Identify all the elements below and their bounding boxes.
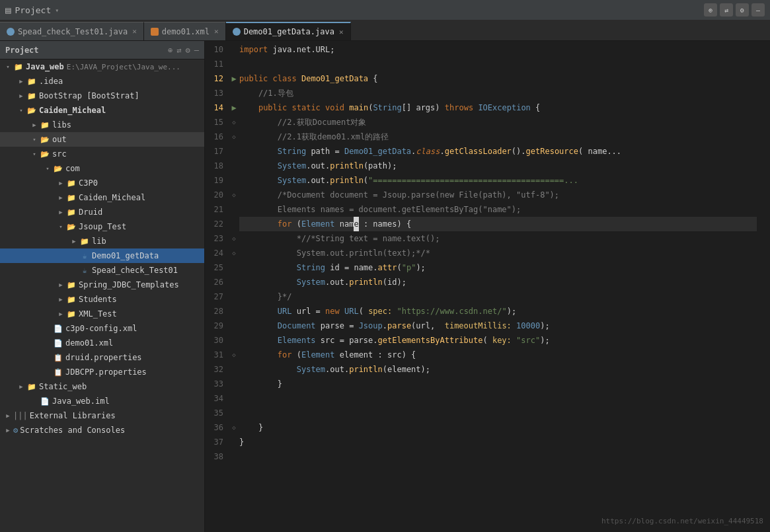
sidebar-header: Project ⊕ ⇄ ⚙ — [0, 41, 204, 59]
tree-item-label: libs [52, 120, 71, 130]
gutter-32 [229, 362, 239, 377]
tree-item-label: Caiden_Micheal [79, 193, 145, 202]
line-num-33: 33 [210, 377, 223, 391]
code-line-26: System .out. println (id); [239, 275, 757, 289]
code-editor[interactable]: 10 11 12 13 14 15 16 17 18 19 20 21 22 2… [205, 41, 770, 532]
tree-item-label: Jsoup_Test [79, 222, 126, 231]
code-line-24: System.out.println(text);*/* [239, 246, 757, 260]
minimize-btn[interactable]: — [751, 3, 765, 17]
code-line-28: URL url = new URL ( spec: "https://www.c… [239, 304, 757, 319]
props-file-icon: 📋 [53, 353, 63, 362]
code-line-37: } [239, 435, 757, 449]
tab-close-btn[interactable]: ✕ [132, 27, 137, 36]
tab-close-btn[interactable]: ✕ [214, 27, 219, 36]
sidebar-icon-2[interactable]: ⇄ [176, 46, 181, 55]
sidebar-item-java-web[interactable]: ▾ 📁 Java_web E:\JAVA_Project\Java_we... [0, 59, 204, 74]
gutter-18 [229, 159, 239, 173]
tab-spead-check[interactable]: Spead_check_Test01.java ✕ [0, 22, 144, 40]
sidebar-item-demo01-getdata[interactable]: ☕ Demo01_getData [0, 248, 204, 263]
gutter-14[interactable]: ▶ [229, 100, 239, 115]
code-line-33: } [239, 377, 757, 391]
tabs-bar: Spead_check_Test01.java ✕ demo01.xml ✕ D… [0, 20, 770, 41]
add-module-btn[interactable]: ⊕ [704, 3, 717, 17]
sidebar-item-caiden-micheal[interactable]: ▾ 📂 Caiden_Micheal [0, 103, 204, 118]
line-num-35: 35 [210, 406, 223, 420]
settings-btn[interactable]: ⚙ [736, 3, 749, 17]
java-file-icon [7, 28, 15, 36]
sidebar-item-out[interactable]: ▾ 📂 out [0, 132, 204, 147]
gutter-12[interactable]: ▶ [229, 71, 239, 86]
sidebar-item-src[interactable]: ▾ 📂 src [0, 147, 204, 161]
sidebar-icon-4[interactable]: — [194, 46, 199, 55]
sidebar-item-jsoup-test[interactable]: ▾ 📂 Jsoup_Test [0, 219, 204, 234]
line-num-37: 37 [210, 435, 223, 449]
sidebar-item-druid-props[interactable]: 📋 druid.properties [0, 350, 204, 365]
sidebar-icon-3[interactable]: ⚙ [186, 46, 190, 55]
sidebar-item-spring-jdbc[interactable]: ▶ 📁 Spring_JDBC_Templates [0, 278, 204, 292]
tree-item-label: c3p0-config.xml [65, 324, 137, 333]
sidebar-item-xml-test[interactable]: ▶ 📁 XML_Test [0, 307, 204, 321]
sidebar-item-c3p0[interactable]: ▶ 📁 C3P0 [0, 176, 204, 190]
line-num-19: 19 [210, 173, 223, 188]
folder-icon: 📁 [66, 295, 77, 304]
sidebar-item-c3p0-config[interactable]: 📄 c3p0-config.xml [0, 321, 204, 336]
sidebar-item-libs[interactable]: ▶ 📁 libs [0, 118, 204, 132]
title-bar-project-label: Project [15, 5, 51, 15]
tree-item-label: BootStrap [BootStrat] [39, 91, 139, 100]
gutter-38 [229, 449, 239, 464]
ext-libs-icon: ||| [13, 411, 28, 420]
code-area[interactable]: 10 11 12 13 14 15 16 17 18 19 20 21 22 2… [205, 41, 770, 532]
gutter-13 [229, 86, 239, 100]
line-num-21: 21 [210, 202, 223, 217]
tab-demo01-xml[interactable]: demo01.xml ✕ [144, 22, 226, 40]
sidebar-item-java-web-iml[interactable]: 📄 Java_web.iml [0, 394, 204, 408]
sidebar-item-idea[interactable]: ▶ 📁 .idea [0, 74, 204, 89]
gutter-17 [229, 144, 239, 159]
code-line-15: //2.获取Document对象 [239, 115, 757, 130]
expand-arrow: ▾ [3, 63, 13, 70]
xml-file-icon [151, 28, 159, 36]
code-line-32: System .out. println (element); [239, 362, 757, 377]
tree-item-label: Java_web.iml [52, 397, 110, 406]
sidebar-item-spead-check[interactable]: ☕ Spead_check_Test01 [0, 263, 204, 278]
sidebar-icon-1[interactable]: ⊕ [168, 46, 173, 55]
sidebar-item-druid[interactable]: ▶ 📁 Druid [0, 205, 204, 219]
sidebar-item-bootstrap[interactable]: ▶ 📁 BootStrap [BootStrat] [0, 89, 204, 103]
title-bar-dropdown-arrow[interactable]: ▾ [55, 7, 59, 14]
line-num-11: 11 [210, 57, 223, 71]
sync-btn[interactable]: ⇄ [720, 3, 733, 17]
tab-demo01-getdata[interactable]: Demo01_getData.java ✕ [226, 22, 351, 40]
tree-item-label: Demo01_getData [92, 251, 159, 260]
expand-arrow: ▶ [56, 311, 66, 317]
tab-close-btn[interactable]: ✕ [339, 28, 344, 36]
expand-arrow: ▾ [29, 136, 40, 143]
line-num-25: 25 [210, 260, 223, 275]
expand-arrow: ▶ [29, 122, 40, 128]
sidebar-item-demo01-xml[interactable]: 📄 demo01.xml [0, 336, 204, 350]
gutter-24: ◇ [229, 246, 239, 260]
sidebar-item-scratches[interactable]: ▶ ⚙ Scratches and Consoles [0, 423, 204, 437]
tree-item-label: JDBCPP.properties [65, 367, 147, 377]
sidebar-item-jdbcpp-props[interactable]: 📋 JDBCPP.properties [0, 365, 204, 379]
expand-arrow: ▶ [3, 427, 13, 434]
gutter-36: ◇ [229, 420, 239, 435]
sidebar-item-static-web[interactable]: ▶ 📁 Static_web [0, 379, 204, 394]
sidebar-item-com[interactable]: ▾ 📂 com [0, 161, 204, 176]
tree-item-label: Spring_JDBC_Templates [79, 280, 179, 289]
tree-item-label: Scratches and Consoles [20, 426, 125, 435]
sidebar-item-ext-libs[interactable]: ▶ ||| External Libraries [0, 408, 204, 423]
code-line-29: Document parse = Jsoup . parse (url, tim… [239, 319, 757, 333]
code-lines[interactable]: import java.net.URL; public class Demo01… [239, 41, 770, 532]
folder-icon: 📁 [26, 91, 37, 100]
sidebar-item-lib[interactable]: ▶ 📁 lib [0, 234, 204, 248]
code-line-18: System . out. println (path); [239, 159, 757, 173]
folder-icon: 📁 [66, 208, 77, 217]
expand-arrow: ▶ [16, 93, 26, 99]
sidebar-item-caiden-micheal2[interactable]: ▶ 📁 Caiden_Micheal [0, 190, 204, 205]
project-sidebar: Project ⊕ ⇄ ⚙ — ▾ 📁 Java_web E:\JAVA_Pro… [0, 41, 205, 532]
folder-icon: 📂 [26, 106, 37, 115]
tree-item-label: External Libraries [30, 411, 116, 420]
expand-arrow: ▶ [69, 238, 79, 245]
expand-arrow: ▾ [42, 165, 53, 172]
sidebar-item-students[interactable]: ▶ 📁 Students [0, 292, 204, 307]
